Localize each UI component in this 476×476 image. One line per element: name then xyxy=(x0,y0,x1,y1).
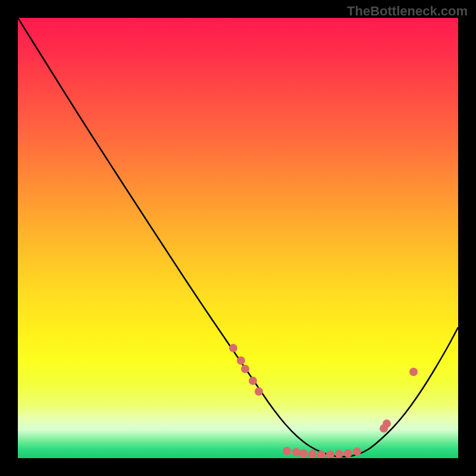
data-point-marker xyxy=(283,447,291,455)
data-point-marker xyxy=(409,368,418,376)
data-point-marker xyxy=(237,356,245,365)
chart-svg xyxy=(18,18,458,458)
data-point-marker xyxy=(292,448,300,456)
data-markers xyxy=(229,344,418,458)
data-point-marker xyxy=(344,449,352,458)
chart-gradient-background xyxy=(18,18,458,458)
bottleneck-curve-line xyxy=(18,18,458,457)
data-point-marker xyxy=(241,365,249,373)
data-point-marker xyxy=(353,447,361,456)
watermark-text: TheBottleneck.com xyxy=(347,4,468,19)
data-point-marker xyxy=(335,450,343,458)
data-point-marker xyxy=(299,449,308,458)
data-point-marker xyxy=(383,419,391,428)
data-point-marker xyxy=(255,387,263,396)
data-point-marker xyxy=(326,450,334,458)
data-point-marker xyxy=(308,450,317,458)
data-point-marker xyxy=(229,344,237,352)
data-point-marker xyxy=(249,377,257,385)
